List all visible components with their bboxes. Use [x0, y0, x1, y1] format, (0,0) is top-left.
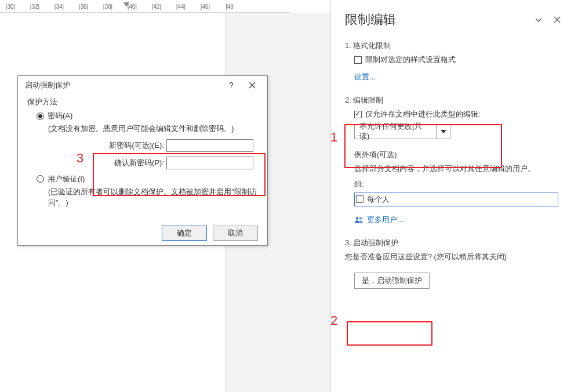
new-password-label: 新密码(可选)(E): [109, 140, 164, 151]
radio-userauth[interactable] [37, 175, 44, 183]
section-3-description: 您是否准备应用这些设置? (您可以稍后将其关闭) [345, 252, 557, 263]
dialog-button-row: 确定 取消 [18, 220, 267, 245]
group-everyone-checkbox[interactable] [356, 195, 363, 203]
people-icon [354, 216, 363, 224]
groups-label: 组: [354, 179, 557, 190]
group-everyone-label: 每个人 [367, 194, 390, 205]
editing-restrict-checkbox[interactable] [354, 111, 362, 118]
panel-title: 限制编辑 [345, 11, 529, 28]
radio-userauth-label: 用户验证(I) [48, 174, 85, 184]
userauth-description: (已验证的所有者可以删除文档保护。文档被加密并启用"限制访问"。) [48, 187, 258, 209]
editing-type-dropdown[interactable]: 不允许任何更改(只读) [354, 124, 450, 139]
ruler-ticks: |30| |32| |34| |36| |38| |40| |42| |44| … [0, 0, 290, 12]
annotation-number-1: 1 [330, 130, 337, 145]
radio-userauth-row[interactable]: 用户验证(I) [37, 174, 258, 184]
section-3-heading: 3. 启动强制保护 [345, 238, 566, 248]
ruler-tick: |42| [152, 3, 161, 10]
formatting-restrict-row[interactable]: 限制对选定的样式设置格式 [354, 55, 566, 65]
formatting-restrict-checkbox[interactable] [354, 56, 362, 64]
new-password-row: 新密码(可选)(E): [27, 139, 258, 152]
editing-restrict-row[interactable]: 仅允许在文档中进行此类型的编辑: [354, 109, 566, 119]
annotation-number-3: 3 [77, 151, 83, 166]
more-users-label: 更多用户... [367, 215, 403, 225]
cancel-button[interactable]: 取消 [213, 226, 258, 241]
ok-button-label: 确定 [177, 228, 192, 238]
annotation-number-2: 2 [330, 313, 337, 328]
ruler-tick: |30| [6, 3, 15, 10]
dialog-titlebar: 启动强制保护 ? [18, 76, 267, 95]
chevron-down-icon [534, 15, 543, 24]
panel-close-button[interactable] [548, 10, 566, 29]
editing-type-value: 不允许任何更改(只读) [355, 122, 436, 141]
ruler-tick: |40| [128, 3, 137, 10]
exceptions-label: 例外项(可选) [354, 150, 566, 160]
ruler-tick: |38| [103, 3, 112, 10]
ruler-tick: |46| [201, 3, 210, 10]
dialog-close-button[interactable] [242, 77, 263, 93]
dialog-title: 启动强制保护 [25, 80, 221, 90]
triangle-down-icon [441, 130, 446, 133]
dialog-help-button[interactable]: ? [221, 77, 242, 93]
start-enforcement-button[interactable]: 是，启动强制保护 [354, 273, 430, 289]
dropdown-arrow-button[interactable] [436, 125, 450, 139]
start-enforcement-dialog: 启动强制保护 ? 保护方法 密码(A) (文档没有加密。恶意用户可能会编辑文件和… [17, 75, 268, 246]
ruler-tick: |34| [54, 3, 64, 10]
protection-method-label: 保护方法 [27, 97, 258, 107]
section-1-heading: 1. 格式化限制 [345, 41, 566, 51]
close-icon [249, 82, 256, 89]
groups-listbox[interactable]: 每个人 [354, 193, 558, 206]
svg-point-1 [359, 217, 362, 220]
cancel-button-label: 取消 [228, 228, 243, 238]
password-description: (文档没有加密。恶意用户可能会编辑文件和删除密码。) [48, 124, 258, 135]
more-users-link[interactable]: 更多用户... [354, 215, 566, 225]
ruler-tick: |36| [79, 3, 88, 10]
ruler-tick: |32| [30, 3, 39, 10]
section-2-heading: 2. 编辑限制 [345, 95, 566, 106]
formatting-restrict-label: 限制对选定的样式设置格式 [365, 55, 456, 65]
confirm-password-input[interactable] [166, 157, 253, 169]
ruler-tick: |48 [226, 3, 234, 10]
radio-password-row[interactable]: 密码(A) [37, 111, 258, 121]
editing-restrict-label: 仅允许在文档中进行此类型的编辑: [365, 109, 481, 119]
start-enforcement-label: 是，启动强制保护 [362, 276, 422, 286]
ruler-tick: |44| [176, 3, 186, 10]
new-password-input[interactable] [166, 139, 253, 152]
close-icon [553, 16, 561, 24]
dialog-body: 保护方法 密码(A) (文档没有加密。恶意用户可能会编辑文件和删除密码。) 新密… [18, 95, 267, 220]
exceptions-description: 选择部分文档内容，并选择可以对其任意编辑的用户。 [354, 164, 557, 175]
confirm-password-label: 确认新密码(P): [114, 158, 164, 168]
ruler: |30| |32| |34| |36| |38| |40| |42| |44| … [0, 0, 290, 13]
confirm-password-row: 确认新密码(P): [27, 157, 258, 169]
radio-password-label: 密码(A) [48, 111, 72, 121]
panel-header: 限制编辑 [345, 6, 566, 34]
ok-button[interactable]: 确定 [162, 226, 207, 241]
panel-dropdown-button[interactable] [529, 10, 548, 29]
svg-point-0 [356, 217, 359, 220]
formatting-settings-link[interactable]: 设置... [354, 72, 376, 82]
radio-password[interactable] [37, 112, 44, 120]
restrict-editing-panel: 限制编辑 1. 格式化限制 限制对选定的样式设置格式 设置... 2. 编辑限制… [330, 0, 578, 392]
